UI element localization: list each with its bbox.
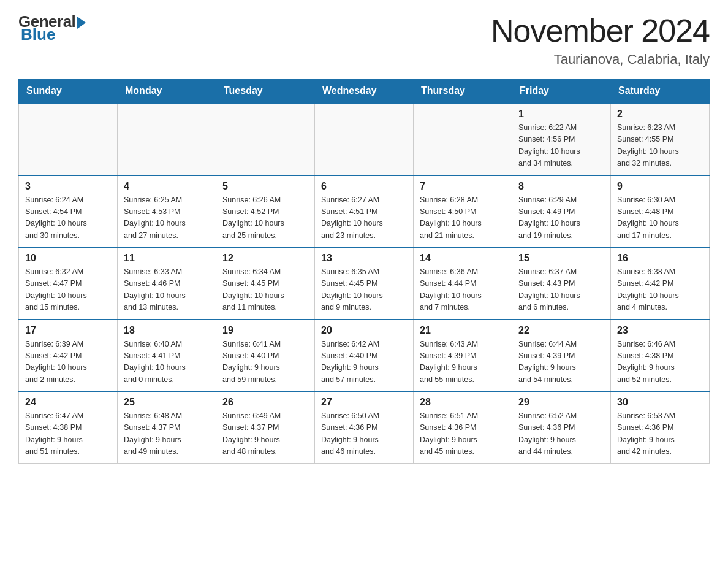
day-info: Sunrise: 6:50 AM Sunset: 4:36 PM Dayligh… [321,410,407,458]
day-number: 8 [518,181,604,192]
calendar-week-1: 1Sunrise: 6:22 AM Sunset: 4:56 PM Daylig… [19,103,710,175]
weekday-header-sunday: Sunday [19,79,118,104]
day-info: Sunrise: 6:28 AM Sunset: 4:50 PM Dayligh… [420,194,506,242]
day-info: Sunrise: 6:44 AM Sunset: 4:39 PM Dayligh… [518,339,604,386]
calendar-cell: 23Sunrise: 6:46 AM Sunset: 4:38 PM Dayli… [611,320,710,392]
calendar-cell: 8Sunrise: 6:29 AM Sunset: 4:49 PM Daylig… [512,175,611,248]
day-info: Sunrise: 6:23 AM Sunset: 4:55 PM Dayligh… [617,122,703,170]
logo-triangle-icon [77,17,86,29]
calendar-cell: 5Sunrise: 6:26 AM Sunset: 4:52 PM Daylig… [216,175,315,248]
calendar-cell: 25Sunrise: 6:48 AM Sunset: 4:37 PM Dayli… [118,391,216,463]
calendar-cell: 19Sunrise: 6:41 AM Sunset: 4:40 PM Dayli… [216,320,315,392]
calendar-cell: 6Sunrise: 6:27 AM Sunset: 4:51 PM Daylig… [315,175,414,248]
calendar-cell: 7Sunrise: 6:28 AM Sunset: 4:50 PM Daylig… [414,175,512,248]
day-info: Sunrise: 6:52 AM Sunset: 4:36 PM Dayligh… [518,410,604,458]
calendar-cell [216,103,315,175]
weekday-header-tuesday: Tuesday [216,79,315,104]
title-section: November 2024 Taurianova, Calabria, Ital… [491,12,710,67]
page-header: General Blue November 2024 Taurianova, C… [18,12,710,67]
day-number: 2 [617,109,703,120]
calendar-cell: 30Sunrise: 6:53 AM Sunset: 4:36 PM Dayli… [611,391,710,463]
day-number: 4 [124,181,210,192]
day-number: 30 [617,397,703,408]
weekday-header-row: SundayMondayTuesdayWednesdayThursdayFrid… [19,79,710,104]
day-number: 1 [518,109,604,120]
day-info: Sunrise: 6:25 AM Sunset: 4:53 PM Dayligh… [124,194,210,242]
day-info: Sunrise: 6:29 AM Sunset: 4:49 PM Dayligh… [518,194,604,242]
day-number: 19 [222,325,308,336]
calendar-cell [19,103,118,175]
day-number: 17 [25,325,111,336]
calendar-week-2: 3Sunrise: 6:24 AM Sunset: 4:54 PM Daylig… [19,175,710,248]
day-number: 14 [420,253,506,264]
day-number: 6 [321,181,407,192]
day-number: 29 [518,397,604,408]
calendar-week-5: 24Sunrise: 6:47 AM Sunset: 4:38 PM Dayli… [19,391,710,463]
calendar-cell: 17Sunrise: 6:39 AM Sunset: 4:42 PM Dayli… [19,320,118,392]
day-number: 25 [124,397,210,408]
day-info: Sunrise: 6:48 AM Sunset: 4:37 PM Dayligh… [124,410,210,458]
calendar-cell: 2Sunrise: 6:23 AM Sunset: 4:55 PM Daylig… [611,103,710,175]
calendar-cell: 20Sunrise: 6:42 AM Sunset: 4:40 PM Dayli… [315,320,414,392]
day-info: Sunrise: 6:47 AM Sunset: 4:38 PM Dayligh… [25,410,111,458]
day-number: 28 [420,397,506,408]
day-info: Sunrise: 6:49 AM Sunset: 4:37 PM Dayligh… [222,410,308,458]
day-info: Sunrise: 6:24 AM Sunset: 4:54 PM Dayligh… [25,194,111,242]
day-number: 15 [518,253,604,264]
day-number: 3 [25,181,111,192]
day-number: 9 [617,181,703,192]
day-number: 22 [518,325,604,336]
day-info: Sunrise: 6:46 AM Sunset: 4:38 PM Dayligh… [617,339,703,386]
calendar-cell: 29Sunrise: 6:52 AM Sunset: 4:36 PM Dayli… [512,391,611,463]
calendar-cell: 28Sunrise: 6:51 AM Sunset: 4:36 PM Dayli… [414,391,512,463]
day-info: Sunrise: 6:42 AM Sunset: 4:40 PM Dayligh… [321,339,407,386]
day-info: Sunrise: 6:51 AM Sunset: 4:36 PM Dayligh… [420,410,506,458]
weekday-header-saturday: Saturday [611,79,710,104]
day-info: Sunrise: 6:37 AM Sunset: 4:43 PM Dayligh… [518,266,604,314]
calendar-cell: 13Sunrise: 6:35 AM Sunset: 4:45 PM Dayli… [315,247,414,320]
weekday-header-wednesday: Wednesday [315,79,414,104]
calendar-cell: 22Sunrise: 6:44 AM Sunset: 4:39 PM Dayli… [512,320,611,392]
calendar-cell [118,103,216,175]
calendar-week-4: 17Sunrise: 6:39 AM Sunset: 4:42 PM Dayli… [19,320,710,392]
day-number: 16 [617,253,703,264]
calendar-week-3: 10Sunrise: 6:32 AM Sunset: 4:47 PM Dayli… [19,247,710,320]
day-info: Sunrise: 6:53 AM Sunset: 4:36 PM Dayligh… [617,410,703,458]
day-info: Sunrise: 6:39 AM Sunset: 4:42 PM Dayligh… [25,339,111,386]
calendar-table: SundayMondayTuesdayWednesdayThursdayFrid… [18,79,710,464]
calendar-cell: 15Sunrise: 6:37 AM Sunset: 4:43 PM Dayli… [512,247,611,320]
day-info: Sunrise: 6:35 AM Sunset: 4:45 PM Dayligh… [321,266,407,314]
day-number: 23 [617,325,703,336]
day-number: 7 [420,181,506,192]
day-info: Sunrise: 6:34 AM Sunset: 4:45 PM Dayligh… [222,266,308,314]
day-info: Sunrise: 6:36 AM Sunset: 4:44 PM Dayligh… [420,266,506,314]
weekday-header-monday: Monday [118,79,216,104]
calendar-cell: 11Sunrise: 6:33 AM Sunset: 4:46 PM Dayli… [118,247,216,320]
calendar-cell [315,103,414,175]
day-info: Sunrise: 6:22 AM Sunset: 4:56 PM Dayligh… [518,122,604,170]
calendar-cell: 12Sunrise: 6:34 AM Sunset: 4:45 PM Dayli… [216,247,315,320]
logo-blue-text: Blue [21,25,55,44]
calendar-cell: 26Sunrise: 6:49 AM Sunset: 4:37 PM Dayli… [216,391,315,463]
day-number: 27 [321,397,407,408]
calendar-cell: 14Sunrise: 6:36 AM Sunset: 4:44 PM Dayli… [414,247,512,320]
calendar-cell: 3Sunrise: 6:24 AM Sunset: 4:54 PM Daylig… [19,175,118,248]
calendar-cell: 4Sunrise: 6:25 AM Sunset: 4:53 PM Daylig… [118,175,216,248]
day-info: Sunrise: 6:32 AM Sunset: 4:47 PM Dayligh… [25,266,111,314]
month-title: November 2024 [491,12,710,49]
day-number: 18 [124,325,210,336]
day-number: 13 [321,253,407,264]
calendar-cell: 9Sunrise: 6:30 AM Sunset: 4:48 PM Daylig… [611,175,710,248]
day-number: 11 [124,253,210,264]
day-number: 21 [420,325,506,336]
day-number: 5 [222,181,308,192]
location-title: Taurianova, Calabria, Italy [491,52,710,67]
weekday-header-thursday: Thursday [414,79,512,104]
day-number: 12 [222,253,308,264]
calendar-cell: 10Sunrise: 6:32 AM Sunset: 4:47 PM Dayli… [19,247,118,320]
day-info: Sunrise: 6:38 AM Sunset: 4:42 PM Dayligh… [617,266,703,314]
weekday-header-friday: Friday [512,79,611,104]
calendar-cell: 27Sunrise: 6:50 AM Sunset: 4:36 PM Dayli… [315,391,414,463]
day-info: Sunrise: 6:33 AM Sunset: 4:46 PM Dayligh… [124,266,210,314]
calendar-cell: 21Sunrise: 6:43 AM Sunset: 4:39 PM Dayli… [414,320,512,392]
